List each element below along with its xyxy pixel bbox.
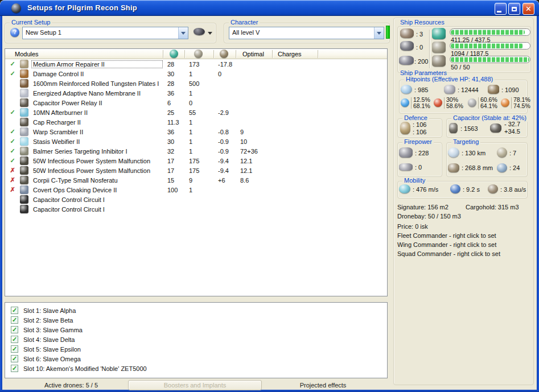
launcher-hardpoints-value: : 0 — [416, 44, 423, 51]
warp-speed-icon — [488, 184, 498, 193]
fleet-commander-text[interactable]: Fleet Commander - right click to set — [397, 232, 496, 239]
module-status-icon: ✓ — [5, 108, 20, 117]
module-cpu-value: 36 — [163, 90, 184, 97]
module-cpu-value: 25 — [163, 109, 184, 116]
module-row[interactable]: ✓ Medium Armor Repairer II 28 173 -17.8 — [5, 59, 387, 69]
module-capacitor-value: -2.9 — [213, 109, 236, 116]
module-powergrid-value: 55 — [184, 109, 213, 116]
maximize-button[interactable] — [508, 3, 520, 15]
window: Setups for Pilgrim Recon Ship ✕ Current … — [0, 0, 539, 392]
tab-projected-effects[interactable]: Projected effects — [287, 382, 359, 389]
module-name: Balmer Series Targeting Inhibitor I — [31, 147, 163, 155]
module-cpu-value: 100 — [163, 187, 184, 193]
repair-rate-icon — [400, 122, 410, 134]
window-border-left — [0, 16, 2, 392]
setup-tools-dropdown-button[interactable] — [208, 32, 212, 37]
capacitor-amount-value: : 1563 — [460, 125, 478, 132]
module-status-icon: ✓ — [5, 60, 20, 68]
powergrid-icon[interactable] — [194, 49, 203, 58]
wing-commander-text[interactable]: Wing Commander - right click to set — [397, 241, 496, 248]
implant-checkbox[interactable]: ✓ — [11, 365, 18, 372]
setup-combobox-dropdown-button[interactable] — [178, 27, 188, 39]
implant-row[interactable]: ✓ Slot 5: Slave Epsilon — [5, 344, 387, 354]
targeting-label: Targeting — [451, 138, 480, 146]
module-row[interactable]: ✗ Covert Ops Cloaking Device II 100 1 — [5, 185, 387, 195]
implant-checkbox[interactable]: ✓ — [11, 307, 18, 314]
dronebay-bar-value: 50 / 50 — [451, 64, 470, 71]
module-capacitor-value: -9.4 — [213, 158, 236, 164]
module-row[interactable]: ✓ Damage Control II 30 1 0 — [5, 69, 387, 79]
group-targeting: Targeting : 130 km : 7 : 268.8 mm : 24 — [446, 142, 528, 177]
module-row[interactable]: ✓ Balmer Series Targeting Inhibitor I 32… — [5, 146, 387, 156]
maximize-icon — [512, 7, 517, 11]
implant-row[interactable]: ✓ Slot 10: Akemon's Modified 'Noble' ZET… — [5, 364, 387, 373]
module-row[interactable]: ✓ Warp Scrambler II 36 1 -0.8 9 — [5, 127, 387, 137]
implant-checkbox[interactable]: ✓ — [11, 316, 18, 324]
cap-recharger-icon — [20, 118, 28, 126]
close-button[interactable]: ✕ — [522, 3, 534, 15]
implant-row[interactable]: ✓ Slot 6: Slave Omega — [5, 354, 387, 364]
implant-checkbox[interactable]: ✓ — [11, 355, 18, 362]
implant-row[interactable]: ✓ Slot 2: Slave Beta — [5, 315, 387, 325]
module-capacitor-value: -0.8 — [213, 129, 236, 135]
implant-row[interactable]: ✓ Slot 1: Slave Alpha — [5, 306, 387, 315]
implant-row[interactable]: ✓ Slot 4: Slave Delta — [5, 335, 387, 344]
module-row[interactable]: Capacitor Control Circuit I — [5, 195, 387, 204]
module-powergrid-value: 1 — [184, 187, 213, 193]
cpu-icon[interactable] — [170, 49, 178, 58]
max-targets-value: : 7 — [509, 150, 516, 156]
setup-combobox[interactable]: New Setup 1 — [22, 27, 188, 39]
dronebay-bar — [450, 56, 530, 63]
turret-hardpoints-value: : 3 — [416, 31, 423, 38]
group-defence: Defence : 106: 106 — [397, 118, 442, 138]
column-modules[interactable]: Modules — [15, 51, 39, 57]
capacitor-recharge-value: +34.5 — [504, 128, 520, 135]
implant-checkbox[interactable]: ✓ — [11, 326, 18, 333]
capacitor-icon[interactable] — [220, 49, 228, 58]
module-row[interactable]: Cap Recharger II 11.3 1 — [5, 117, 387, 127]
module-row[interactable]: Energized Adaptive Nano Membrane II 36 1 — [5, 88, 387, 98]
dronebay-value: Dronebay: 50 / 150 m3 — [397, 213, 461, 220]
module-row[interactable]: Capacitor Control Circuit I — [5, 204, 387, 214]
module-powergrid-value: 500 — [184, 80, 213, 87]
character-label: Character — [229, 19, 260, 26]
modules-rows: ✓ Medium Armor Repairer II 28 173 -17.8 … — [5, 59, 387, 214]
missile-dps-value: : 0 — [415, 164, 422, 171]
implant-checkbox[interactable]: ✓ — [11, 345, 18, 353]
module-row[interactable]: ✓ 50W Infectious Power System Malfunctio… — [5, 156, 387, 166]
module-row[interactable]: ✓ 10MN Afterburner II 25 55 -2.9 — [5, 108, 387, 117]
module-powergrid-value: 175 — [184, 167, 213, 174]
modules-header: Modules Optimal Charges — [5, 49, 387, 59]
minimize-button[interactable] — [495, 3, 507, 15]
module-row[interactable]: Capacitor Power Relay II 6 0 — [5, 98, 387, 108]
dronebay-icon — [432, 55, 446, 67]
stasis-webifier-icon — [20, 137, 28, 146]
titlebar: Setups for Pilgrim Recon Ship ✕ — [0, 0, 539, 16]
module-row[interactable]: ✓ Stasis Webifier II 30 1 -0.9 10 — [5, 137, 387, 146]
tab-active-drones[interactable]: Active drones: 5 / 5 — [40, 382, 102, 389]
implant-checkbox[interactable]: ✓ — [11, 336, 18, 343]
column-charges[interactable]: Charges — [278, 51, 302, 57]
module-row[interactable]: ✗ 50W Infectious Power System Malfunctio… — [5, 166, 387, 175]
help-icon[interactable]: ? — [10, 28, 19, 37]
module-row[interactable]: ✗ Corpii C-Type Small Nosferatu 15 9 +6 … — [5, 175, 387, 185]
character-combobox-dropdown-button[interactable] — [374, 27, 384, 39]
module-name: Corpii C-Type Small Nosferatu — [31, 176, 163, 184]
nano-membrane-icon — [20, 89, 28, 97]
module-capacitor-value: -17.8 — [213, 61, 236, 68]
power-malfunction-icon — [20, 156, 28, 165]
implant-row[interactable]: ✓ Slot 3: Slave Gamma — [5, 325, 387, 335]
scan-strength-value: : 24 — [509, 164, 520, 171]
ship-tools-icon[interactable] — [194, 28, 205, 35]
button-boosters-implants[interactable]: Boosters and Implants — [128, 380, 262, 390]
module-name: Covert Ops Cloaking Device II — [31, 186, 163, 194]
character-combobox[interactable]: All level V — [229, 27, 384, 39]
column-optimal[interactable]: Optimal — [242, 51, 264, 57]
warp-speed-value: : 3.8 au/s — [500, 186, 526, 193]
squad-commander-text[interactable]: Squad Commander - right click to set — [397, 250, 500, 257]
module-powergrid-value: 173 — [184, 61, 213, 68]
module-status-icon: ✗ — [5, 185, 20, 194]
module-capacitor-value: +6 — [213, 177, 236, 184]
minimize-icon — [497, 11, 501, 13]
module-row[interactable]: 1600mm Reinforced Rolled Tungsten Plates… — [5, 79, 387, 88]
